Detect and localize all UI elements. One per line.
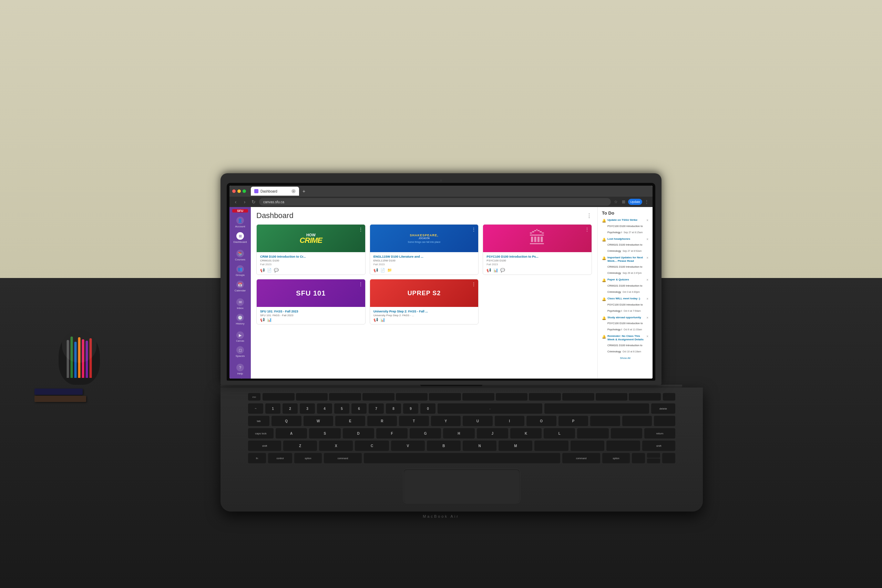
esc-key[interactable]: esc — [248, 393, 261, 400]
psyc-card-menu[interactable]: ⋮ — [585, 226, 590, 232]
refresh-button[interactable]: ↻ — [250, 198, 257, 205]
v-key[interactable]: V — [391, 441, 425, 451]
uprep-card-menu[interactable]: ⋮ — [471, 281, 476, 287]
todo-link-2[interactable]: Important Updates for Next Week... Pleas… — [608, 256, 645, 262]
j-key[interactable]: J — [477, 428, 508, 438]
todo-link-6[interactable]: Reminder: No Class This Week & Assignmen… — [608, 334, 645, 341]
i-key[interactable]: I — [495, 416, 525, 426]
equals-key[interactable] — [544, 404, 649, 414]
sfu-card-menu[interactable]: ⋮ — [358, 281, 363, 287]
f3-key[interactable] — [329, 393, 361, 400]
a-key[interactable]: A — [276, 428, 307, 438]
sidebar-collapse-button[interactable]: ⊣ — [238, 377, 242, 379]
d-key[interactable]: D — [343, 428, 374, 438]
delete-top-key[interactable] — [663, 393, 675, 400]
c-key[interactable]: C — [355, 441, 388, 451]
w-key[interactable]: W — [303, 416, 333, 426]
e-key[interactable]: E — [335, 416, 365, 426]
todo-close-6[interactable]: × — [646, 334, 648, 338]
m-key[interactable]: M — [498, 441, 532, 451]
todo-link-5[interactable]: Study abroad opportunity — [608, 316, 645, 320]
f12-key[interactable] — [629, 393, 661, 400]
q-key[interactable]: Q — [272, 416, 302, 426]
tilde-key[interactable]: ~ — [248, 404, 263, 414]
psyc-chat-icon[interactable]: 💬 — [500, 268, 505, 273]
todo-link-1[interactable]: Lost headphones — [608, 237, 645, 241]
s-key[interactable]: S — [309, 428, 340, 438]
todo-close-5[interactable]: × — [646, 316, 648, 320]
b-key[interactable]: B — [427, 441, 460, 451]
sidebar-item-inbox[interactable]: ✉ Inbox — [230, 296, 251, 312]
todo-close-1[interactable]: × — [646, 237, 648, 241]
todo-close-2[interactable]: × — [646, 256, 648, 260]
engl-file-icon[interactable]: 📄 — [380, 268, 385, 273]
todo-close-0[interactable]: × — [646, 218, 648, 222]
crim-chat-icon[interactable]: 💬 — [274, 268, 279, 273]
1-key[interactable]: 1 — [265, 404, 280, 414]
rbracket-key[interactable] — [622, 416, 652, 426]
todo-close-4[interactable]: × — [646, 297, 648, 301]
sfu-grade-icon[interactable]: 📊 — [267, 318, 272, 322]
close-button[interactable] — [232, 189, 236, 193]
option-right-key[interactable]: option — [602, 453, 630, 463]
g-key[interactable]: G — [410, 428, 441, 438]
arrow-down-key[interactable] — [647, 459, 660, 463]
y-key[interactable]: Y — [431, 416, 461, 426]
dashboard-menu-button[interactable]: ⋮ — [586, 213, 592, 219]
p-key[interactable]: P — [558, 416, 588, 426]
f4-key[interactable] — [363, 393, 394, 400]
course-card-uprep[interactable]: UPREP S2 ⋮ University Prep Step 2: FASS … — [370, 279, 479, 324]
maximize-button[interactable] — [243, 189, 246, 193]
arrow-left-key[interactable] — [632, 453, 645, 463]
psyc-card-title[interactable]: PSYC100 D100 Introduction to Ps... — [486, 255, 588, 258]
z-key[interactable]: Z — [283, 441, 317, 451]
sidebar-item-courses[interactable]: 📚 Courses — [230, 248, 251, 263]
sidebar-item-history[interactable]: 🕐 History — [230, 312, 251, 327]
f1-key[interactable] — [262, 393, 295, 400]
shift-right-key[interactable]: shift — [642, 441, 675, 451]
sfu-card-title[interactable]: SFU 101: FASS - Fall 2023 — [260, 310, 362, 313]
psyc-announce-icon[interactable]: 📢 — [486, 268, 491, 273]
engl-folder-icon[interactable]: 📁 — [387, 268, 392, 273]
update-button[interactable]: Update — [628, 199, 642, 205]
sidebar-item-studio[interactable]: ▶ Canvas — [230, 329, 251, 344]
o-key[interactable]: O — [526, 416, 556, 426]
n-key[interactable]: N — [463, 441, 496, 451]
command-left-key[interactable]: command — [324, 453, 362, 463]
8-key[interactable]: 8 — [386, 404, 401, 414]
l-key[interactable]: L — [544, 428, 575, 438]
url-input[interactable] — [259, 198, 611, 206]
slash-key[interactable] — [606, 441, 640, 451]
sidebar-item-groups[interactable]: 👥 Groups — [230, 263, 251, 279]
tab-close-button[interactable]: × — [291, 189, 296, 193]
course-card-crim101[interactable]: How CRIME ⋮ CRIM D100 Introduction to Cr… — [256, 224, 366, 275]
fn-key[interactable]: fn — [248, 453, 266, 463]
return-key-top[interactable] — [654, 416, 675, 426]
r-key[interactable]: R — [367, 416, 397, 426]
0-key[interactable]: 0 — [420, 404, 435, 414]
crim-announce-icon[interactable]: 📢 — [260, 268, 265, 273]
3-key[interactable]: 3 — [300, 404, 315, 414]
7-key[interactable]: 7 — [369, 404, 384, 414]
command-right-key[interactable]: command — [562, 453, 600, 463]
todo-close-3[interactable]: × — [646, 278, 648, 282]
extensions-icon[interactable]: ⊞ — [621, 199, 627, 205]
f9-key[interactable] — [529, 393, 561, 400]
tab-key[interactable]: tab — [248, 416, 269, 426]
forward-button[interactable]: › — [241, 198, 248, 205]
h-key[interactable]: H — [443, 428, 474, 438]
bookmark-icon[interactable]: ☆ — [613, 199, 619, 205]
lbracket-key[interactable] — [590, 416, 620, 426]
engl-card-menu[interactable]: ⋮ — [471, 226, 476, 232]
t-key[interactable]: T — [399, 416, 429, 426]
delete-key[interactable]: delete — [651, 404, 675, 414]
f2-key[interactable] — [296, 393, 328, 400]
new-tab-button[interactable]: + — [303, 188, 305, 194]
crim-card-title[interactable]: CRIM D100 Introduction to Cr... — [260, 255, 362, 258]
f11-key[interactable] — [596, 393, 628, 400]
control-key[interactable]: control — [268, 453, 292, 463]
sidebar-item-help[interactable]: ? Help — [230, 362, 251, 377]
period-key[interactable] — [570, 441, 604, 451]
arrow-up-key[interactable] — [647, 453, 660, 458]
crim-card-menu[interactable]: ⋮ — [358, 226, 363, 232]
